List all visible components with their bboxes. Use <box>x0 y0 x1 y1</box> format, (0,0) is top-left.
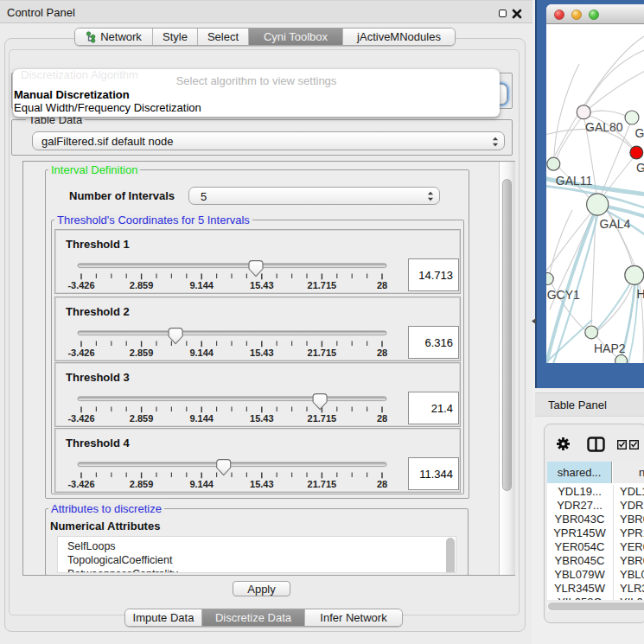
svg-text:GA: GA <box>635 126 644 140</box>
svg-text:GAL11: GAL11 <box>556 174 593 188</box>
svg-text:GCY1: GCY1 <box>547 288 580 302</box>
svg-text:GAL4: GAL4 <box>600 217 631 231</box>
svg-text:HAP2: HAP2 <box>594 341 626 355</box>
svg-text:GAL80: GAL80 <box>585 120 623 134</box>
svg-text:H: H <box>637 287 644 301</box>
svg-text:GA: GA <box>636 161 644 175</box>
